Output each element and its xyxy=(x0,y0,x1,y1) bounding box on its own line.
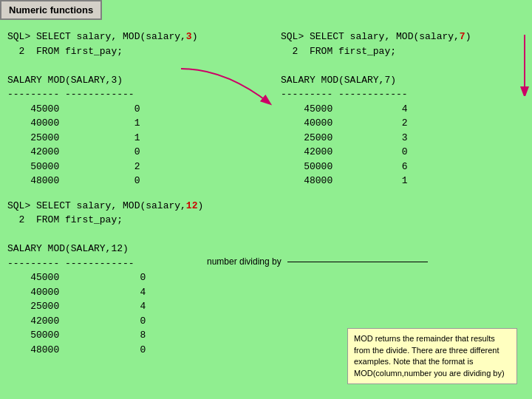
sql-select-mod12: SQL> SELECT salary, MOD(salary,12) 2 FRO… xyxy=(7,200,203,226)
table-header-mod7: SALARY MOD(SALARY,7) --------- ---------… xyxy=(281,75,408,187)
sql-block-mod12: SQL> SELECT salary, MOD(salary,12) 2 FRO… xyxy=(7,199,273,358)
mod12-highlight: 12 xyxy=(186,200,198,211)
dividing-label: number dividing by xyxy=(207,256,428,267)
info-box: MOD returns the remainder that results f… xyxy=(347,328,517,384)
mod3-highlight: 3 xyxy=(186,31,192,42)
left-column: SQL> SELECT salary, MOD(salary,3) 2 FROM… xyxy=(7,30,273,367)
table-header-mod3: SALARY MOD(SALARY,3) --------- ---------… xyxy=(7,75,140,187)
sql-block-mod3: SQL> SELECT salary, MOD(salary,3) 2 FROM… xyxy=(7,30,273,188)
sql-select-mod7: SQL> SELECT salary, MOD(salary,7) 2 FROM… xyxy=(281,31,471,57)
sql-block-mod7: SQL> SELECT salary, MOD(salary,7) 2 FROM… xyxy=(281,30,532,188)
main-content: SQL> SELECT salary, MOD(salary,3) 2 FROM… xyxy=(7,30,525,392)
info-text: MOD returns the remainder that results f… xyxy=(354,334,505,377)
dividing-text: number dividing by xyxy=(207,256,282,267)
mod7-highlight: 7 xyxy=(460,31,466,42)
title-bar: Numeric functions xyxy=(0,0,102,20)
sql-select-mod3: SQL> SELECT salary, MOD(salary,3) 2 FROM… xyxy=(7,31,197,57)
title-text: Numeric functions xyxy=(9,4,93,16)
right-column: SQL> SELECT salary, MOD(salary,7) 2 FROM… xyxy=(281,30,532,199)
table-header-mod12: SALARY MOD(SALARY,12) --------- --------… xyxy=(7,243,146,355)
dividing-line xyxy=(287,262,428,262)
